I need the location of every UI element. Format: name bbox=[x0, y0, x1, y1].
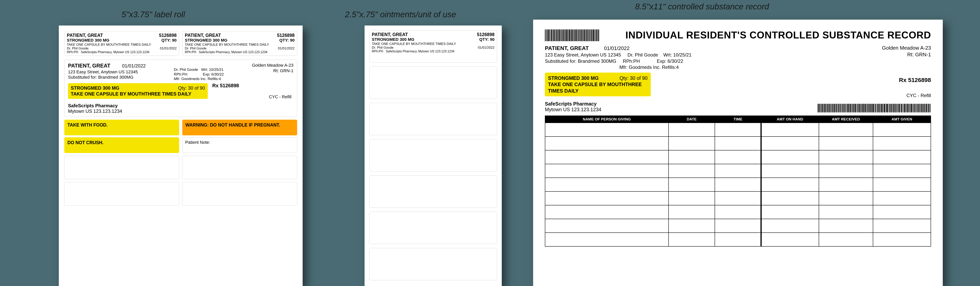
cs-patient: PATIENT, GREAT bbox=[545, 45, 589, 51]
caption-sheet1: 5"x3.75" label roll bbox=[121, 10, 185, 19]
mini-rx: 5126898 bbox=[159, 33, 177, 38]
ointment-label-empty bbox=[369, 67, 497, 99]
warning-1: TAKE WITH FOOD. bbox=[64, 120, 179, 135]
aux-box bbox=[64, 182, 179, 206]
cs-mfr: Mfr: Goodmeds Inc. Refills:4 bbox=[545, 64, 692, 70]
table-row bbox=[545, 123, 931, 137]
col-amt-received: AMT RECEIVED bbox=[819, 116, 873, 123]
mini-drug: STRONGMED 300 MG bbox=[67, 38, 109, 43]
cs-pharmaddr: Mytown US 123.123.1234 bbox=[545, 107, 601, 112]
ointment-label-empty bbox=[369, 248, 497, 280]
main-rph: RPh:PH bbox=[174, 72, 188, 76]
caption-sheet3: 8.5"x11" controlled substance record bbox=[635, 2, 769, 11]
label-roll-sheet: PATIENT, GREAT5126898 STRONGMED 300 MGQT… bbox=[59, 26, 302, 286]
cs-date: 01/01/2022 bbox=[604, 45, 630, 51]
main-mfr: Mfr: Goodmeds Inc. Refills:4 bbox=[174, 77, 224, 81]
aux-box bbox=[64, 156, 179, 179]
main-addr: 123 Easy Street, Anytown US 12345 bbox=[68, 69, 146, 75]
cs-rph: RPh:PH bbox=[623, 58, 640, 64]
table-row bbox=[545, 205, 931, 219]
table-row bbox=[545, 150, 931, 164]
cs-doctor: Dr. Phil Goode bbox=[628, 52, 658, 58]
table-row bbox=[545, 164, 931, 178]
mini-label-1: PATIENT, GREAT5126898 STRONGMED 300 MGQT… bbox=[64, 31, 179, 56]
cs-title: INDIVIDUAL RESIDENT'S CONTROLLED SUBSTAN… bbox=[605, 29, 931, 41]
cs-facility: Golden Meadow A-23 bbox=[882, 45, 931, 51]
controlled-substance-record: INDIVIDUAL RESIDENT'S CONTROLLED SUBSTAN… bbox=[533, 20, 943, 286]
ointment-label-empty bbox=[369, 212, 497, 244]
main-route: Rt: GRN-1 bbox=[252, 68, 293, 73]
warning-3: WARNING: DO NOT HANDLE IF PREGNANT. bbox=[182, 120, 297, 135]
cs-addr: 123 Easy Street, Anytown US 12345 bbox=[545, 52, 621, 58]
cs-pharmacy: SafeScripts Pharmacy bbox=[545, 101, 601, 107]
cs-route: Rt: GRN-1 bbox=[882, 51, 931, 58]
ointment-label-1: PATIENT, GREAT5126898 STRONGMED 300 MGQT… bbox=[369, 30, 497, 62]
mini-patient: PATIENT, GREAT bbox=[67, 33, 103, 38]
main-wrt: Wrt: 10/25/21 bbox=[201, 67, 223, 72]
main-facility: Golden Meadow A-23 bbox=[252, 62, 293, 68]
table-row bbox=[545, 178, 931, 192]
main-pharmacy: SafeScripts Pharmacy bbox=[68, 103, 293, 109]
main-drug: STRONGMED 300 MG bbox=[71, 85, 119, 91]
table-row bbox=[545, 137, 931, 150]
caption-sheet2: 2.5"x.75" ointments/unit of use bbox=[345, 10, 456, 19]
ointment-label-empty bbox=[369, 139, 497, 171]
aux-row-1 bbox=[64, 156, 297, 179]
patient-note: Patient Note: bbox=[182, 137, 297, 153]
table-row bbox=[545, 219, 931, 233]
barcode-icon bbox=[545, 29, 600, 41]
col-amt-on-hand: AMT ON HAND bbox=[761, 116, 819, 123]
col-date: DATE bbox=[668, 116, 715, 123]
table-row bbox=[545, 192, 931, 205]
barcode-icon bbox=[818, 104, 931, 112]
cs-sub: Substituted for: Brandmed 300MG bbox=[545, 58, 616, 64]
aux-box bbox=[182, 156, 297, 179]
col-time: TIME bbox=[715, 116, 761, 123]
mini-label-2: PATIENT, GREAT5126898 STRONGMED 300 MGQT… bbox=[182, 31, 297, 56]
warning-2: DO NOT CRUSH. bbox=[64, 137, 179, 153]
cs-qty: Qty: 30 of 90 bbox=[620, 75, 648, 81]
ointment-label-empty bbox=[369, 175, 497, 208]
ointment-sheet: PATIENT, GREAT5126898 STRONGMED 300 MGQT… bbox=[364, 26, 502, 286]
main-sub: Substituted for: Brandmed 300MG bbox=[68, 75, 146, 80]
mini-qty: QTY: 90 bbox=[161, 38, 177, 43]
mini-sig: TAKE ONE CAPSULE BY MOUTHTHREE TIMES DAI… bbox=[67, 43, 177, 47]
main-label: PATIENT, GREAT 01/01/2022 123 Easy Stree… bbox=[64, 60, 297, 117]
aux-box bbox=[182, 182, 297, 206]
cs-wrt: Wrt: 10/25/21 bbox=[663, 52, 692, 58]
main-exp: Exp: 6/30/22 bbox=[203, 72, 224, 76]
col-name: NAME OF PERSON GIVING bbox=[545, 116, 668, 123]
cs-cyc: CYC - Refill bbox=[545, 93, 931, 98]
main-date: 01/01/2022 bbox=[122, 63, 146, 69]
main-sig: TAKE ONE CAPSULE BY MOUTHTHREE TIMES DAI… bbox=[71, 91, 205, 97]
main-pharmaddr: Mytown US 123.123.1234 bbox=[68, 109, 293, 114]
main-rx: Rx 5126898 bbox=[212, 83, 239, 88]
ointment-label-empty bbox=[369, 103, 497, 135]
mini-date: 01/01/2022 bbox=[160, 46, 177, 50]
cs-drug: STRONGMED 300 MG bbox=[548, 75, 598, 81]
mini-doctor: Dr. Phil Goode bbox=[67, 46, 89, 50]
col-amt-given: AMT GIVEN bbox=[873, 116, 931, 123]
cs-sig: TAKE ONE CAPSULE BY MOUTHTHREE TIMES DAI… bbox=[548, 81, 648, 94]
table-row bbox=[545, 233, 931, 246]
mini-rph: RPh:PH bbox=[67, 50, 78, 54]
mini-pharmline: SafeScripts Pharmacy, Mytown US 123.123.… bbox=[81, 50, 150, 54]
cs-log-table: NAME OF PERSON GIVING DATE TIME AMT ON H… bbox=[545, 115, 931, 246]
main-doctor: Dr. Phil Goode bbox=[174, 67, 198, 72]
main-patient: PATIENT, GREAT bbox=[68, 63, 110, 69]
aux-row-2 bbox=[64, 182, 297, 206]
cs-exp: Exp: 6/30/22 bbox=[657, 58, 683, 64]
main-qty: Qty: 30 of 90 bbox=[178, 85, 205, 91]
